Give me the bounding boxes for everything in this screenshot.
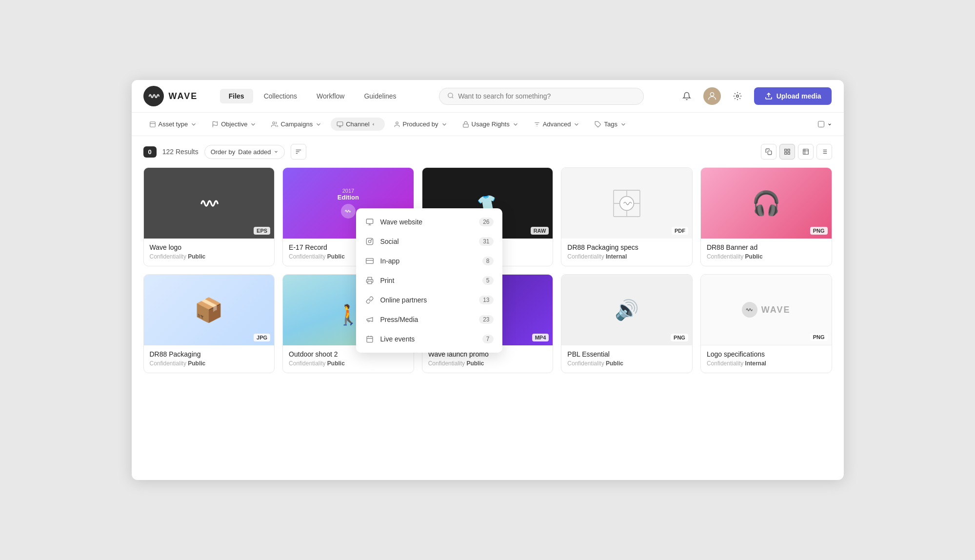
svg-point-0 [448,93,453,97]
selected-count-badge: 0 [143,146,157,158]
svg-rect-20 [784,149,786,151]
format-badge: EPS [254,227,270,235]
asset-thumbnail: EPS [144,168,275,239]
select-all-checkbox[interactable] [818,121,832,127]
filter-objective[interactable]: Objective [206,118,262,131]
link-icon [365,295,375,305]
svg-rect-24 [803,149,808,155]
top-right-actions: Upload media [678,87,832,105]
filter-bar: Asset type Objective Campaigns Channel P… [132,113,844,136]
format-badge: JPG [254,334,270,341]
printer-icon [365,276,375,285]
asset-info: PBL Essential Confidentiality Public [561,345,692,373]
notification-button[interactable] [678,87,696,105]
upload-media-button[interactable]: Upload media [754,87,832,105]
dropdown-item-social[interactable]: Social 31 [356,232,502,251]
asset-thumbnail: 🔊 PNG [561,275,692,345]
filter-tags[interactable]: Tags [589,118,632,131]
svg-point-1 [710,93,714,96]
asset-card[interactable]: 🎧 PNG DR88 Banner ad Confidentiality Pub… [700,167,832,266]
results-bar: 0 122 Results Order by Date added [143,144,832,160]
asset-thumbnail: 📦 JPG [144,275,275,345]
svg-rect-21 [788,149,790,151]
svg-rect-19 [768,151,772,155]
filter-campaigns[interactable]: Campaigns [265,118,328,131]
asset-card[interactable]: 📦 JPG DR88 Packaging Confidentiality Pub… [143,274,275,373]
asset-meta: Confidentiality Public [707,253,826,260]
asset-meta: Confidentiality Public [150,360,269,367]
app-title: WAVE [169,91,198,101]
filter-usage-rights[interactable]: Usage Rights [457,118,525,131]
content-area: 0 122 Results Order by Date added [132,136,844,381]
channel-dropdown: Wave website 26 Social 31 In-app 8 [356,208,502,353]
nav-collections[interactable]: Collections [255,89,306,103]
asset-name: DR88 Packaging [150,350,269,358]
logo-thumb [189,184,228,223]
svg-rect-4 [150,121,155,127]
nav-files[interactable]: Files [220,89,253,103]
nav-guidelines[interactable]: Guidelines [355,89,405,103]
results-count: 122 Results [162,148,199,156]
large-grid-view-button[interactable] [798,144,814,160]
dropdown-item-print[interactable]: Print 5 [356,271,502,290]
asset-thumbnail: WAVE PNG [701,275,832,345]
asset-card[interactable]: 🔊 PNG PBL Essential Confidentiality Publ… [561,274,693,373]
search-input[interactable] [458,92,636,100]
asset-thumbnail: 🎧 PNG [701,168,832,239]
asset-name: Logo specifications [707,350,826,358]
asset-card[interactable]: WAVE PNG Logo specifications Confidentia… [700,274,832,373]
svg-point-2 [736,95,738,98]
asset-name: DR88 Banner ad [707,243,826,251]
dropdown-item-wave-website[interactable]: Wave website 26 [356,212,502,232]
format-badge: RAW [531,227,549,235]
svg-rect-41 [366,259,373,264]
svg-rect-43 [368,281,372,283]
svg-rect-23 [788,152,790,154]
asset-info: DR88 Banner ad Confidentiality Public [701,239,832,266]
asset-meta: Confidentiality Public [567,360,686,367]
asset-card[interactable]: PDF DR88 Packaging specs Confidentiality… [561,167,693,266]
asset-name: PBL Essential [567,350,686,358]
list-view-button[interactable] [816,144,832,160]
svg-rect-38 [366,238,373,244]
format-badge: PDF [672,227,688,235]
nav-workflow[interactable]: Workflow [308,89,353,103]
social-icon [365,237,375,246]
asset-info: DR88 Packaging Confidentiality Public [144,345,275,373]
megaphone-icon [365,315,375,324]
top-bar: WAVE Files Collections Workflow Guidelin… [132,80,844,113]
asset-meta: Confidentiality Public [150,253,269,260]
filter-produced-by[interactable]: Produced by [388,118,454,131]
asset-name: Wave logo [150,243,269,251]
asset-thumbnail: PDF [561,168,692,239]
svg-point-10 [396,121,398,124]
asset-name: DR88 Packaging specs [567,243,686,251]
dropdown-item-inapp[interactable]: In-app 8 [356,251,502,271]
settings-button[interactable] [729,87,746,105]
dropdown-item-live-events[interactable]: Live events 7 [356,329,502,349]
asset-meta: Confidentiality Public [289,360,408,367]
sort-icon-button[interactable] [291,144,306,160]
main-nav: Files Collections Workflow Guidelines [220,89,405,103]
format-badge: MP4 [532,334,549,341]
select-all-input[interactable] [818,121,824,127]
svg-point-6 [273,121,275,124]
asset-meta: Confidentiality Public [428,360,547,367]
avatar[interactable] [703,87,721,105]
svg-rect-11 [463,124,468,127]
dropdown-item-press-media[interactable]: Press/Media 23 [356,310,502,329]
dropdown-item-online-partners[interactable]: Online partners 13 [356,290,502,310]
filter-channel[interactable]: Channel [331,118,384,131]
credit-card-icon [365,256,375,266]
asset-card[interactable]: EPS Wave logo Confidentiality Public [143,167,275,266]
asset-info: Logo specifications Confidentiality Inte… [701,345,832,373]
filter-asset-type[interactable]: Asset type [143,118,203,131]
app-logo [143,86,164,106]
view-controls [761,144,832,160]
grid-view-button[interactable] [779,144,795,160]
copy-link-button[interactable] [761,144,776,160]
search-icon [447,92,454,100]
filter-advanced[interactable]: Advanced [528,118,586,131]
order-by-select[interactable]: Order by Date added [204,145,285,159]
monitor-icon [365,217,375,227]
